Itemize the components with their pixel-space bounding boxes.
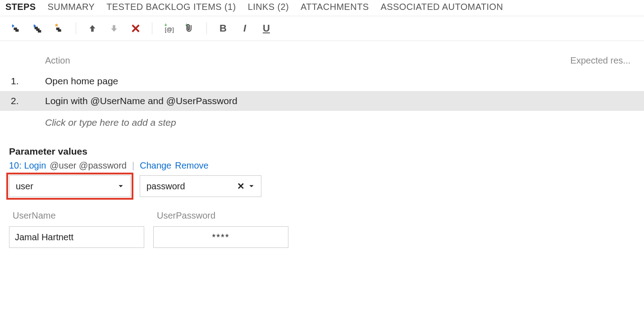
step-row[interactable]: 2. Login with @UserName and @UserPasswor… xyxy=(0,91,644,111)
underline-button[interactable]: U xyxy=(258,22,274,35)
svg-rect-1 xyxy=(15,29,18,32)
select-value: user xyxy=(16,181,33,192)
step-action[interactable]: Login with @UserName and @UserPassword xyxy=(45,96,635,106)
param-col-userpassword: UserPassword xyxy=(153,209,288,226)
tab-summary[interactable]: SUMMARY xyxy=(48,2,95,12)
tab-bar: STEPS SUMMARY TESTED BACKLOG ITEMS (1) L… xyxy=(0,0,644,16)
tab-attachments[interactable]: ATTACHMENTS xyxy=(301,2,369,12)
chevron-down-icon xyxy=(248,181,255,192)
param-map-user-select[interactable]: user xyxy=(9,175,131,197)
shared-parameter-link[interactable]: 10: Login xyxy=(9,160,46,171)
param-col-username: UserName xyxy=(9,209,144,226)
shared-parameter-suffix: @user @password xyxy=(50,160,127,171)
insert-shared-step-button[interactable] xyxy=(30,22,46,35)
clear-icon[interactable]: ✕ xyxy=(237,181,245,192)
param-cell-password[interactable]: **** xyxy=(153,226,288,248)
svg-text:[@]: [@] xyxy=(165,26,174,33)
step-row[interactable]: 1. Open home page xyxy=(0,71,644,91)
tab-tested-backlog[interactable]: TESTED BACKLOG ITEMS (1) xyxy=(106,2,236,12)
step-number: 1. xyxy=(9,76,45,87)
add-attachment-button[interactable]: + xyxy=(182,22,198,35)
tab-links[interactable]: LINKS (2) xyxy=(248,2,289,12)
parameter-mapping-row: user password ✕ xyxy=(9,175,635,197)
select-value: password xyxy=(146,181,185,192)
bold-button[interactable]: B xyxy=(215,22,231,35)
shared-parameter-row: 10: Login @user @password | Change Remov… xyxy=(9,160,635,171)
toolbar-separator xyxy=(152,23,152,34)
parameter-table: UserName UserPassword Jamal Hartnett ***… xyxy=(9,209,635,248)
param-map-password-select[interactable]: password ✕ xyxy=(140,175,261,197)
tab-steps[interactable]: STEPS xyxy=(5,2,36,12)
toolbar-separator xyxy=(76,23,76,34)
insert-step-button[interactable] xyxy=(8,22,24,35)
separator: | xyxy=(130,160,136,171)
steps-toolbar: +[@] + B I U xyxy=(0,16,644,41)
move-up-button[interactable] xyxy=(84,22,100,35)
change-link[interactable]: Change xyxy=(140,160,171,171)
remove-link[interactable]: Remove xyxy=(175,160,208,171)
steps-header: Action Expected res... xyxy=(0,41,644,71)
move-down-button[interactable] xyxy=(106,22,122,35)
italic-button[interactable]: I xyxy=(237,22,253,35)
delete-step-button[interactable] xyxy=(128,22,144,35)
column-expected: Expected res... xyxy=(554,55,635,66)
svg-rect-6 xyxy=(58,29,61,32)
parameter-values-section: Parameter values 10: Login @user @passwo… xyxy=(0,137,644,257)
step-number: 2. xyxy=(9,96,45,106)
create-shared-step-button[interactable] xyxy=(51,22,68,35)
parameter-values-heading: Parameter values xyxy=(9,146,635,157)
column-action: Action xyxy=(45,55,554,66)
insert-parameter-button[interactable]: +[@] xyxy=(160,22,177,35)
tab-associated-automation[interactable]: ASSOCIATED AUTOMATION xyxy=(381,2,503,12)
svg-rect-4 xyxy=(38,30,41,33)
step-action[interactable]: Open home page xyxy=(45,76,635,87)
toolbar-separator xyxy=(206,23,207,34)
param-cell-username[interactable]: Jamal Hartnett xyxy=(9,226,144,248)
add-step-placeholder[interactable]: Click or type here to add a step xyxy=(0,111,644,137)
chevron-down-icon xyxy=(118,181,124,192)
